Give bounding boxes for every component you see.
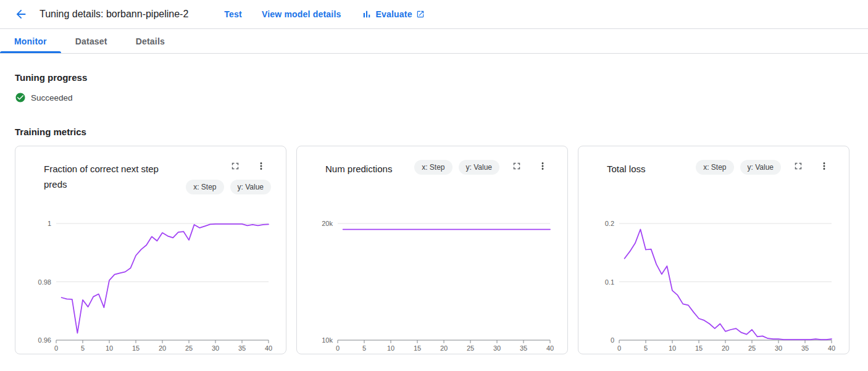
svg-text:10: 10 (669, 344, 676, 352)
svg-text:10: 10 (106, 344, 113, 352)
svg-text:0.98: 0.98 (38, 278, 51, 286)
chart-title: Total loss (593, 160, 696, 177)
evaluate-button[interactable]: Evaluate (361, 9, 425, 20)
y-axis-chip: y: Value (230, 180, 271, 194)
axis-chip-row: x: Step y: Value (696, 160, 781, 175)
view-model-details-button[interactable]: View model details (262, 9, 341, 19)
chart-title: Num predictions (312, 160, 414, 177)
card-icon-row (511, 160, 553, 172)
y-axis-chip: y: Value (459, 160, 499, 175)
svg-text:20: 20 (722, 344, 729, 352)
open-in-new-icon (416, 10, 425, 19)
arrow-back-icon (14, 7, 28, 21)
bar-chart-icon (361, 9, 372, 20)
app-bar: Tuning details: borbann-pipeline-2 Test … (0, 0, 868, 29)
card-header: Total loss x: Step y: Value (593, 160, 834, 212)
svg-text:15: 15 (132, 344, 140, 352)
kebab-menu-icon (256, 160, 267, 172)
card-header: Num predictions x: Step y: Value (312, 160, 553, 212)
svg-text:0.1: 0.1 (605, 278, 614, 286)
axis-chip-row: x: Step y: Value (186, 180, 271, 194)
test-button[interactable]: Test (224, 9, 242, 19)
svg-text:35: 35 (238, 344, 246, 352)
kebab-menu-icon (819, 160, 830, 172)
svg-text:10k: 10k (322, 336, 333, 344)
svg-text:30: 30 (493, 344, 501, 352)
svg-text:15: 15 (695, 344, 703, 352)
card-header: Fraction of correct next step preds (30, 160, 271, 212)
svg-text:5: 5 (81, 344, 85, 352)
tab-bar: Monitor Dataset Details (0, 29, 868, 54)
fullscreen-icon (230, 160, 241, 172)
tab-dataset[interactable]: Dataset (61, 29, 122, 53)
tuning-status-text: Succeeded (31, 93, 73, 102)
svg-text:0: 0 (617, 344, 621, 352)
training-metrics-heading: Training metrics (15, 127, 853, 137)
svg-text:25: 25 (748, 344, 756, 352)
fullscreen-icon (793, 160, 804, 172)
metric-card-fraction-correct: Fraction of correct next step preds (15, 146, 286, 354)
tuning-status-row: Succeeded (15, 92, 853, 103)
svg-text:30: 30 (212, 344, 219, 352)
metric-cards: Fraction of correct next step preds (15, 146, 853, 354)
fullscreen-button[interactable] (792, 160, 804, 172)
more-options-button[interactable] (255, 160, 267, 172)
card-icon-row (792, 160, 834, 172)
tab-details[interactable]: Details (122, 29, 179, 53)
svg-text:5: 5 (644, 344, 648, 352)
svg-text:25: 25 (185, 344, 193, 352)
svg-text:40: 40 (265, 344, 272, 352)
line-chart-total-loss[interactable]: 00.10.20510152025303540 (593, 214, 835, 355)
more-options-button[interactable] (536, 160, 549, 172)
chart-title: Fraction of correct next step preds (30, 160, 173, 192)
tab-monitor[interactable]: Monitor (0, 29, 61, 53)
svg-text:5: 5 (362, 344, 366, 352)
x-axis-chip: x: Step (414, 160, 452, 175)
card-header-right: x: Step y: Value (186, 160, 271, 194)
fullscreen-button[interactable] (511, 160, 523, 172)
tuning-progress-heading: Tuning progress (15, 72, 853, 83)
svg-text:15: 15 (414, 344, 421, 352)
y-axis-chip: y: Value (740, 160, 781, 175)
svg-text:0: 0 (336, 344, 340, 352)
svg-text:20: 20 (159, 344, 166, 352)
axis-chip-row: x: Step y: Value (414, 160, 499, 175)
x-axis-chip: x: Step (696, 160, 733, 175)
fullscreen-icon (511, 160, 522, 172)
svg-text:30: 30 (775, 344, 782, 352)
line-chart-fraction-correct[interactable]: 0.960.9810510152025303540 (30, 214, 272, 355)
metric-card-num-predictions: Num predictions x: Step y: Value (296, 146, 568, 354)
svg-text:35: 35 (801, 344, 809, 352)
monitor-panel: Tuning progress Succeeded Training metri… (0, 72, 868, 354)
page-title: Tuning details: borbann-pipeline-2 (40, 9, 188, 20)
svg-text:40: 40 (546, 344, 554, 352)
back-button[interactable] (11, 4, 31, 24)
evaluate-label: Evaluate (376, 9, 412, 19)
appbar-actions: Test View model details Evaluate (224, 9, 424, 20)
card-icon-row (229, 160, 271, 172)
check-circle-icon (15, 92, 26, 103)
x-axis-chip: x: Step (186, 180, 223, 194)
svg-text:0.96: 0.96 (38, 336, 51, 344)
svg-text:20k: 20k (322, 220, 333, 227)
fullscreen-button[interactable] (229, 160, 241, 172)
line-chart-num-predictions[interactable]: 10k20k0510152025303540 (312, 214, 554, 355)
svg-text:10: 10 (387, 344, 394, 352)
svg-text:35: 35 (520, 344, 527, 352)
kebab-menu-icon (537, 160, 548, 172)
metric-card-total-loss: Total loss x: Step y: Value (578, 146, 849, 354)
svg-text:20: 20 (440, 344, 448, 352)
svg-text:40: 40 (828, 344, 835, 352)
svg-text:0.2: 0.2 (605, 220, 614, 227)
more-options-button[interactable] (818, 160, 830, 172)
svg-text:1: 1 (48, 220, 51, 227)
svg-text:0: 0 (54, 344, 58, 352)
svg-text:0: 0 (611, 336, 614, 344)
svg-text:25: 25 (467, 344, 474, 352)
